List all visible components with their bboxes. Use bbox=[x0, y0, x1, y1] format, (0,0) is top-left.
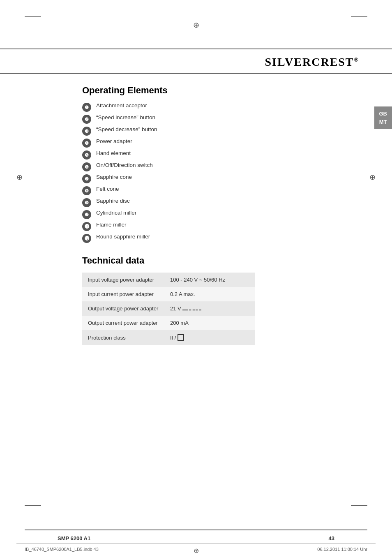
top-area: ⊕ bbox=[0, 0, 392, 49]
dc-line-dashed-2 bbox=[196, 310, 201, 310]
table-row: Input current power adapter 0.2 A max. bbox=[82, 287, 255, 301]
table-cell-label: Protection class bbox=[82, 330, 164, 345]
table-cell-label: Input current power adapter bbox=[82, 287, 164, 301]
voltage-value: 21 V bbox=[170, 305, 182, 312]
list-item: ⓬ Round sapphire miller bbox=[82, 234, 359, 243]
item-text: On/Off/Direction switch bbox=[96, 162, 153, 168]
item-text: Round sapphire miller bbox=[96, 234, 150, 240]
table-row: Output current power adapter 200 mA bbox=[82, 316, 255, 330]
table-cell-value: 21 V bbox=[164, 301, 255, 316]
technical-data-table: Input voltage power adapter 100 - 240 V … bbox=[82, 273, 255, 345]
item-text: Felt cone bbox=[96, 186, 119, 192]
item-text: Sapphire cone bbox=[96, 174, 132, 180]
table-cell-value: II / bbox=[164, 330, 255, 345]
list-item: ⓫ Flame miller bbox=[82, 222, 359, 231]
date-info: 06.12.2011 11:00:14 Uhr bbox=[317, 547, 367, 552]
brand-logo: SilverCrest® bbox=[265, 56, 359, 68]
table-cell-value: 200 mA bbox=[164, 316, 255, 330]
bottom-crosshair-icon: ⊕ bbox=[194, 547, 199, 555]
page-number: 43 bbox=[329, 535, 334, 541]
list-item: ❸ “Speed decrease” button bbox=[82, 126, 359, 136]
dc-line-dashed-1 bbox=[189, 310, 195, 310]
item-number: ⓬ bbox=[82, 234, 91, 243]
item-number: ❸ bbox=[82, 127, 91, 136]
lang-gb: GB bbox=[379, 110, 387, 118]
item-text: Flame miller bbox=[96, 222, 127, 228]
bottom-right-corner bbox=[351, 505, 367, 510]
list-item: ❽ Felt cone bbox=[82, 186, 359, 195]
technical-data-section: Technical data Input voltage power adapt… bbox=[82, 255, 359, 345]
lang-mt: MT bbox=[379, 118, 387, 126]
left-crosshair-icon: ⊕ bbox=[16, 173, 23, 182]
list-item: ❷ “Speed increase” button bbox=[82, 114, 359, 124]
dc-symbol-icon bbox=[182, 310, 201, 311]
table-cell-value: 0.2 A max. bbox=[164, 287, 255, 301]
page: ⊕ SilverCrest® GB MT Operating Elements … bbox=[0, 0, 392, 555]
table-cell-label: Input voltage power adapter bbox=[82, 273, 164, 287]
language-badge: GB MT bbox=[374, 106, 392, 129]
list-item: ❾ Sapphire disc bbox=[82, 198, 359, 207]
operating-elements-title: Operating Elements bbox=[82, 85, 359, 96]
item-text: Attachment acceptor bbox=[96, 102, 147, 109]
main-content: GB MT Operating Elements ❶ Attachment ac… bbox=[0, 74, 392, 353]
operating-elements-list: ❶ Attachment acceptor ❷ “Speed increase”… bbox=[82, 102, 359, 243]
file-info: IB_46740_SMP6200A1_LB5.indb 43 bbox=[25, 547, 99, 552]
item-text: Cylindrical miller bbox=[96, 210, 136, 216]
brand-silver: SilverCrest bbox=[265, 56, 354, 68]
bottom-footer: IB_46740_SMP6200A1_LB5.indb 43 ⊕ 06.12.2… bbox=[16, 543, 376, 555]
bottom-area: SMP 6200 A1 43 IB_46740_SMP6200A1_LB5.in… bbox=[0, 530, 392, 555]
dc-line-solid bbox=[182, 310, 188, 310]
list-item: ❻ On/Off/Direction switch bbox=[82, 162, 359, 171]
item-number: ❹ bbox=[82, 139, 91, 148]
list-item: ❿ Cylindrical miller bbox=[82, 210, 359, 219]
item-text: Power adapter bbox=[96, 138, 132, 144]
table-cell-value: 100 - 240 V ~ 50/60 Hz bbox=[164, 273, 255, 287]
table-row: Output voltage power adapter 21 V bbox=[82, 301, 255, 316]
bottom-info-bar: SMP 6200 A1 43 bbox=[25, 534, 367, 543]
item-number: ❿ bbox=[82, 210, 91, 219]
item-text: “Speed decrease” button bbox=[96, 126, 157, 132]
list-item: ❺ Hand element bbox=[82, 150, 359, 160]
table-cell-label: Output current power adapter bbox=[82, 316, 164, 330]
item-text: Hand element bbox=[96, 150, 131, 156]
table-row: Input voltage power adapter 100 - 240 V … bbox=[82, 273, 255, 287]
protection-roman-two: II / bbox=[170, 335, 176, 341]
brand-registered: ® bbox=[354, 57, 359, 63]
item-text: Sapphire disc bbox=[96, 198, 130, 204]
list-item: ❹ Power adapter bbox=[82, 138, 359, 148]
item-number: ❼ bbox=[82, 174, 91, 183]
bottom-divider: SMP 6200 A1 43 bbox=[25, 530, 367, 543]
item-text: “Speed increase” button bbox=[96, 114, 155, 120]
protection-symbol: II / bbox=[170, 334, 184, 341]
table-cell-label: Output voltage power adapter bbox=[82, 301, 164, 316]
top-right-corner bbox=[351, 16, 367, 21]
model-number: SMP 6200 A1 bbox=[58, 535, 90, 541]
brand-area: SilverCrest® bbox=[0, 49, 392, 74]
item-number: ❷ bbox=[82, 115, 91, 124]
item-number: ❻ bbox=[82, 162, 91, 171]
top-left-corner bbox=[25, 16, 41, 21]
list-item: ❶ Attachment acceptor bbox=[82, 102, 359, 112]
bottom-left-corner bbox=[25, 505, 41, 510]
item-number: ❽ bbox=[82, 186, 91, 195]
table-row: Protection class II / bbox=[82, 330, 255, 345]
protection-class-box-icon bbox=[178, 334, 184, 341]
item-number: ❺ bbox=[82, 150, 91, 160]
technical-data-title: Technical data bbox=[82, 255, 359, 266]
top-crosshair-icon: ⊕ bbox=[193, 21, 199, 30]
right-crosshair-icon: ⊕ bbox=[369, 173, 376, 182]
item-number: ❾ bbox=[82, 198, 91, 207]
item-number: ❶ bbox=[82, 103, 91, 112]
list-item: ❼ Sapphire cone bbox=[82, 174, 359, 183]
item-number: ⓫ bbox=[82, 222, 91, 231]
